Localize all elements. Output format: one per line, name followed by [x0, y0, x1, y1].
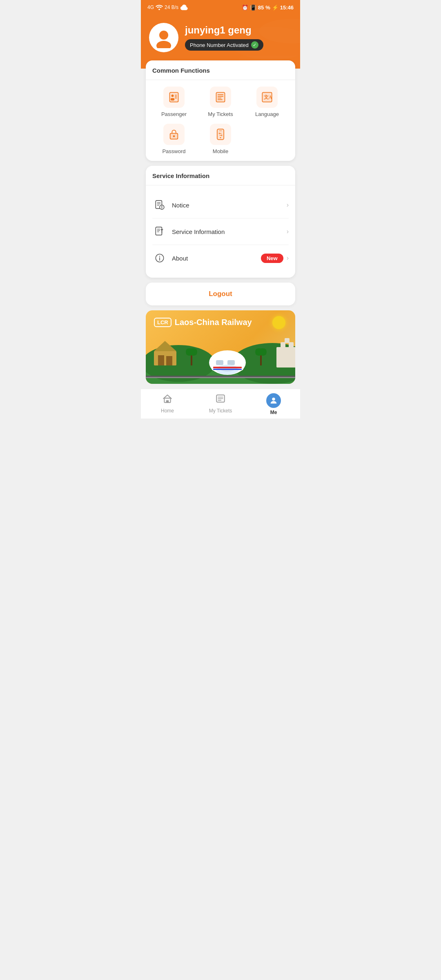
- svg-point-50: [186, 349, 197, 355]
- passenger-icon: [163, 87, 185, 108]
- service-info-title: Service Information: [152, 172, 289, 179]
- svg-point-24: [173, 135, 175, 137]
- svg-rect-10: [175, 95, 177, 96]
- svg-rect-6: [170, 92, 178, 102]
- service-info-label: Service Information: [172, 228, 287, 235]
- username: junying1 geng: [185, 24, 263, 36]
- sun-decoration: [272, 316, 285, 329]
- svg-rect-31: [157, 203, 161, 203]
- function-password[interactable]: Password: [152, 124, 196, 154]
- lcr-logo: LCR: [154, 318, 172, 327]
- phone-badge-text: Phone Number Activated: [190, 42, 249, 48]
- me-label: Me: [270, 410, 277, 415]
- svg-rect-71: [218, 397, 223, 398]
- svg-rect-72: [218, 398, 223, 399]
- service-item-info[interactable]: Service Information ›: [152, 218, 289, 245]
- svg-rect-11: [175, 96, 177, 97]
- password-label: Password: [162, 148, 185, 154]
- svg-point-8: [172, 95, 174, 97]
- status-bar: 4G 24 B/s ⏰ 📳 85% ⚡ 15:46: [141, 0, 300, 15]
- svg-rect-62: [289, 342, 294, 348]
- bottom-nav: Home My Tickets Me: [141, 389, 300, 419]
- logout-button[interactable]: Logout: [209, 290, 232, 298]
- charging-icon: ⚡: [272, 4, 278, 11]
- svg-point-4: [159, 31, 168, 40]
- svg-rect-34: [156, 227, 162, 235]
- about-chevron: ›: [287, 254, 289, 262]
- svg-rect-43: [154, 351, 176, 365]
- svg-rect-59: [146, 377, 295, 378]
- nav-tickets-icon: [215, 393, 226, 406]
- about-label: About: [172, 255, 261, 262]
- svg-rect-15: [218, 94, 223, 95]
- logout-card[interactable]: Logout: [146, 283, 295, 305]
- divider-1: [146, 80, 295, 80]
- svg-point-0: [158, 9, 160, 10]
- data-speed: 24 B/s: [165, 4, 178, 10]
- service-info-card: Service Information Notice ›: [146, 166, 295, 278]
- nav-home[interactable]: Home: [141, 389, 194, 419]
- alarm-icon: ⏰: [242, 4, 248, 11]
- svg-rect-32: [157, 204, 161, 204]
- nav-me[interactable]: Me: [247, 389, 300, 419]
- verified-icon: ✓: [251, 41, 258, 49]
- my-tickets-label: My Tickets: [208, 111, 233, 117]
- svg-point-27: [220, 137, 221, 138]
- svg-rect-73: [218, 400, 222, 401]
- home-label: Home: [161, 408, 174, 414]
- svg-rect-53: [216, 360, 223, 365]
- banner-title: Laos-China Railway: [175, 318, 252, 327]
- function-passenger[interactable]: Passenger: [152, 87, 196, 117]
- nav-my-tickets[interactable]: My Tickets: [194, 389, 247, 419]
- profile-info: junying1 geng Phone Number Activated ✓: [185, 24, 263, 51]
- common-functions-title: Common Functions: [152, 67, 289, 74]
- clock: 15:46: [280, 4, 294, 11]
- banner-scene: [146, 331, 295, 384]
- service-list: Notice › Service Information ›: [152, 192, 289, 271]
- svg-rect-12: [175, 98, 177, 98]
- svg-rect-56: [213, 367, 242, 368]
- mobile-icon: [210, 124, 231, 145]
- divider-2: [146, 185, 295, 185]
- phone-badge: Phone Number Activated ✓: [185, 39, 263, 51]
- nav-tickets-label: My Tickets: [209, 408, 232, 414]
- function-my-tickets[interactable]: My Tickets: [199, 87, 242, 117]
- notice-label: Notice: [172, 202, 287, 209]
- home-icon: [162, 393, 173, 406]
- vibrate-icon: 📳: [250, 4, 256, 11]
- svg-rect-9: [171, 98, 174, 100]
- function-language[interactable]: 文A Language: [245, 87, 289, 117]
- password-icon: [163, 124, 185, 145]
- wifi-icon: [156, 4, 163, 10]
- svg-rect-35: [157, 229, 160, 229]
- svg-rect-61: [281, 342, 285, 348]
- svg-text:文A: 文A: [264, 94, 272, 100]
- banner-logo-row: LCR Laos-China Railway: [154, 318, 287, 327]
- svg-rect-69: [166, 400, 169, 402]
- functions-grid: Passenger My Tickets: [152, 87, 289, 154]
- status-right: ⏰ 📳 85% ⚡ 15:46: [242, 4, 294, 11]
- cloud-icon: [180, 3, 188, 11]
- signal-icon: 4G: [147, 4, 154, 10]
- svg-rect-57: [213, 369, 242, 370]
- svg-point-5: [156, 41, 171, 48]
- svg-rect-45: [158, 355, 164, 365]
- new-badge: New: [261, 254, 283, 263]
- service-item-notice[interactable]: Notice ›: [152, 192, 289, 218]
- profile-row: junying1 geng Phone Number Activated ✓: [149, 23, 292, 52]
- svg-rect-28: [219, 131, 222, 131]
- function-mobile[interactable]: Mobile: [199, 124, 242, 154]
- service-item-about[interactable]: About New ›: [152, 245, 289, 271]
- avatar: [149, 23, 178, 52]
- svg-rect-17: [218, 98, 221, 98]
- svg-rect-46: [166, 356, 172, 365]
- language-label: Language: [255, 111, 279, 117]
- lcr-banner[interactable]: LCR Laos-China Railway: [146, 310, 295, 384]
- notice-chevron: ›: [287, 201, 289, 209]
- language-icon: 文A: [256, 87, 278, 108]
- service-info-chevron: ›: [287, 228, 289, 235]
- my-tickets-icon: [210, 87, 231, 108]
- svg-rect-63: [285, 338, 290, 343]
- svg-rect-13: [216, 92, 225, 102]
- svg-rect-33: [157, 205, 159, 205]
